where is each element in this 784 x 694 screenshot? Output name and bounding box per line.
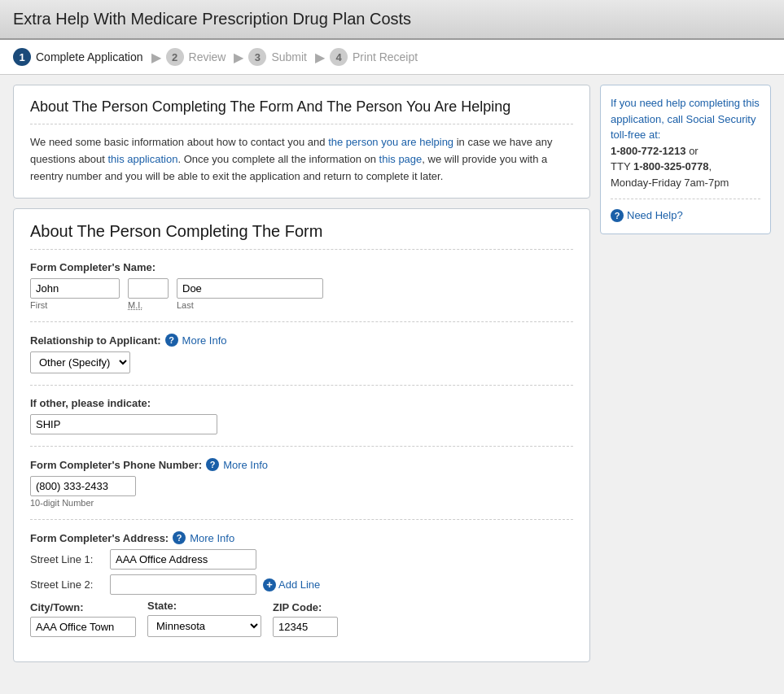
relationship-more-info[interactable]: More Info [182,334,227,347]
relationship-select[interactable]: Other (Specify) Self Spouse Child Parent… [30,351,130,373]
step-1-number: 1 [13,48,31,66]
step-1-label: Complete Application [36,50,143,63]
help-text: If you need help completing this applica… [611,97,760,141]
step-4-number: 4 [330,48,348,66]
step-3-number: 3 [248,48,266,66]
add-line-label: Add Line [278,578,320,591]
intro-body: We need some basic information about how… [30,134,573,185]
other-label: If other, please indicate: [30,397,573,409]
need-help-label: Need Help? [627,207,683,224]
add-line-plus-icon: + [263,578,276,591]
tty-label: TTY [611,160,633,172]
need-help-link[interactable]: ? Need Help? [611,207,760,224]
phone-more-info[interactable]: More Info [223,459,268,471]
step-2[interactable]: 2 Review [166,48,226,66]
name-label: Form Completer's Name: [30,261,573,273]
mi-sublabel: M.I. [128,300,169,310]
address-help-icon: ? [173,531,186,544]
address-group: Form Completer's Address: ? More Info St… [30,531,573,648]
phone1: 1-800-772-1213 [611,145,686,157]
street2-label: Street Line 2: [30,578,103,591]
intro-section: About The Person Completing The Form And… [13,85,590,199]
last-name-input[interactable] [177,278,323,299]
form-section-heading: About The Person Completing The Form [30,222,573,250]
zip-input[interactable] [273,617,338,637]
step-3-label: Submit [271,50,307,63]
first-name-input[interactable] [30,278,120,299]
step-2-number: 2 [166,48,184,66]
intro-heading: About The Person Completing The Form And… [30,98,573,124]
address-label: Form Completer's Address: [30,532,169,544]
step-3[interactable]: 3 Submit [248,48,307,66]
add-line-button[interactable]: + Add Line [263,578,320,591]
mi-input[interactable] [128,278,169,299]
help-info-box: If you need help completing this applica… [600,85,771,234]
need-help-icon: ? [611,209,624,222]
phone-input[interactable] [30,476,136,496]
relationship-group: Relationship to Applicant: ? More Info O… [30,334,573,386]
first-sublabel: First [30,300,120,310]
other-input[interactable] [30,414,217,434]
other-group: If other, please indicate: [30,397,573,447]
step-1[interactable]: 1 Complete Application [13,48,143,66]
form-section: About The Person Completing The Form For… [13,208,590,662]
relationship-label: Relationship to Applicant: [30,334,161,347]
step-2-label: Review [189,50,226,63]
relationship-help-icon: ? [165,334,178,347]
street1-input[interactable] [110,549,256,570]
address-more-info[interactable]: More Info [190,532,234,544]
page-title: Extra Help With Medicare Prescription Dr… [13,10,771,28]
step-4-label: Print Receipt [353,50,418,63]
page-header: Extra Help With Medicare Prescription Dr… [0,0,784,40]
state-select[interactable]: AlabamaAlaskaArizonaArkansas CaliforniaC… [147,615,261,637]
or-text: or [686,145,699,157]
arrow-1: ▶ [151,50,161,65]
phone-group: Form Completer's Phone Number: ? More In… [30,458,573,520]
phone-help-icon: ? [206,458,219,471]
comma: , [708,160,712,172]
street1-label: Street Line 1: [30,553,103,565]
zip-label: ZIP Code: [273,601,338,613]
phone2: 1-800-325-0778 [633,160,709,172]
street2-input[interactable] [110,574,256,595]
steps-bar: 1 Complete Application ▶ 2 Review ▶ 3 Su… [0,40,784,75]
last-sublabel: Last [177,300,323,310]
city-input[interactable] [30,617,136,637]
step-4[interactable]: 4 Print Receipt [330,48,418,66]
phone-label: Form Completer's Phone Number: [30,459,202,471]
arrow-2: ▶ [234,50,243,65]
state-label: State: [147,600,261,612]
city-label: City/Town: [30,601,136,613]
hours: Monday-Friday 7am-7pm [611,177,729,189]
sidebar: If you need help completing this applica… [600,85,771,662]
arrow-3: ▶ [315,50,325,65]
phone-hint: 10-digit Number [30,498,573,508]
name-group: Form Completer's Name: First M.I. Last [30,261,573,322]
